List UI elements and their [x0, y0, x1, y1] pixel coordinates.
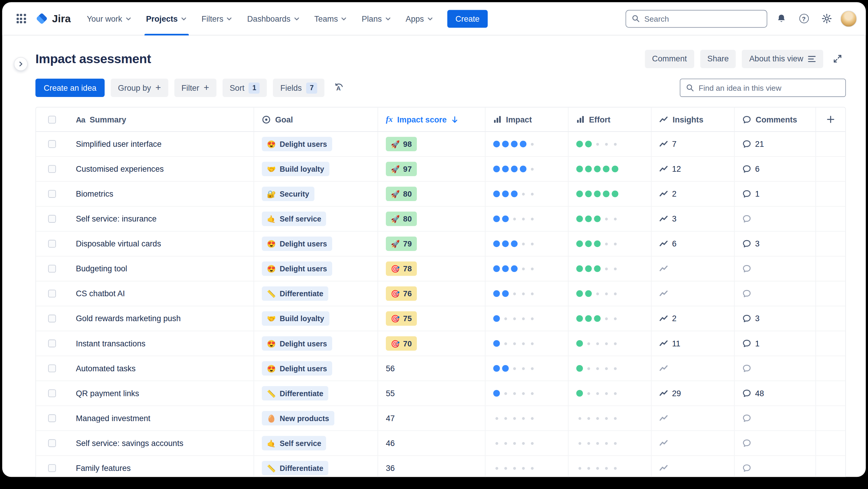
find-idea-input[interactable] — [699, 83, 840, 92]
column-header-goal[interactable]: Goal — [254, 107, 377, 131]
filter-button[interactable]: Filter + — [174, 79, 216, 97]
jira-logo[interactable]: Jira — [36, 12, 71, 25]
row-checkbox[interactable] — [48, 414, 56, 422]
table-row[interactable]: Self service: savings accounts🤙Self serv… — [36, 431, 845, 456]
row-checkbox[interactable] — [48, 340, 56, 347]
nav-item-filters[interactable]: Filters — [194, 2, 240, 35]
goal-chip[interactable]: 📏Differentiate — [262, 386, 328, 401]
gear-icon — [821, 13, 832, 24]
idea-summary[interactable]: QR payment links — [76, 389, 139, 398]
nav-item-your-work[interactable]: Your work — [80, 2, 139, 35]
fields-button[interactable]: Fields 7 — [273, 79, 324, 97]
idea-summary[interactable]: Family features — [76, 464, 131, 473]
column-header-summary[interactable]: Aa Summary — [68, 107, 254, 131]
column-header-insights[interactable]: Insights — [651, 107, 734, 131]
nav-item-projects[interactable]: Projects — [139, 2, 194, 35]
select-all-checkbox[interactable] — [48, 115, 56, 123]
comment-button[interactable]: Comment — [645, 50, 694, 68]
idea-summary[interactable]: Customised experiences — [76, 165, 164, 173]
goal-chip[interactable]: 🔐Security — [262, 187, 314, 201]
row-checkbox[interactable] — [48, 464, 56, 472]
row-checkbox-cell — [36, 232, 68, 256]
idea-summary[interactable]: Budgeting tool — [76, 264, 127, 273]
add-column-button[interactable] — [815, 107, 845, 131]
find-idea-search[interactable] — [680, 79, 846, 97]
goal-chip[interactable]: 😍Delight users — [262, 137, 332, 151]
navbar-right: ? — [626, 10, 857, 28]
search-input[interactable] — [644, 14, 761, 23]
table-row[interactable]: Disposable virtual cards😍Delight users🚀7… — [36, 232, 845, 257]
table-row[interactable]: Instant transactions😍Delight users🎯70111 — [36, 331, 845, 356]
auto-rank-button[interactable]: A — [331, 80, 347, 96]
row-checkbox[interactable] — [48, 240, 56, 248]
fullscreen-button[interactable] — [829, 50, 846, 67]
notifications-button[interactable] — [772, 10, 790, 28]
idea-summary[interactable]: Simplified user interface — [76, 140, 161, 149]
idea-summary[interactable]: Managed investment — [76, 414, 150, 423]
group-by-button[interactable]: Group by + — [111, 79, 168, 97]
idea-summary[interactable]: Automated tasks — [76, 364, 136, 373]
row-checkbox[interactable] — [48, 439, 56, 447]
goal-chip[interactable]: 😍Delight users — [262, 237, 332, 251]
goal-chip[interactable]: 🤝Build loyalty — [262, 311, 329, 326]
goal-chip[interactable]: 📏Differentiate — [262, 286, 328, 301]
idea-summary[interactable]: Self service: insurance — [76, 214, 156, 223]
nav-item-teams[interactable]: Teams — [307, 2, 354, 35]
column-header-comments[interactable]: Comments — [734, 107, 815, 131]
table-row[interactable]: Automated tasks😍Delight users56 — [36, 356, 845, 381]
row-checkbox[interactable] — [48, 140, 56, 148]
table-row[interactable]: Managed investment🥚New products47 — [36, 406, 845, 431]
table-row[interactable]: Family features📏Differentiate36 — [36, 456, 845, 477]
impact-score-value: 97 — [403, 165, 412, 173]
goal-chip[interactable]: 🤝Build loyalty — [262, 162, 329, 176]
table-row[interactable]: Budgeting tool😍Delight users🎯78 — [36, 257, 845, 281]
column-header-impact-score[interactable]: fx Impact score — [377, 107, 485, 131]
settings-button[interactable] — [817, 10, 835, 28]
idea-summary[interactable]: Gold rewards marketing push — [76, 314, 181, 323]
idea-summary[interactable]: CS chatbot AI — [76, 289, 125, 298]
nav-item-dashboards[interactable]: Dashboards — [240, 2, 307, 35]
column-header-effort[interactable]: Effort — [568, 107, 651, 131]
nav-item-plans[interactable]: Plans — [354, 2, 398, 35]
table-row[interactable]: Biometrics🔐Security🚀8021 — [36, 182, 845, 207]
table-row[interactable]: QR payment links📏Differentiate552948 — [36, 381, 845, 406]
row-checkbox[interactable] — [48, 390, 56, 397]
help-button[interactable]: ? — [795, 10, 813, 28]
table-row[interactable]: Simplified user interface😍Delight users🚀… — [36, 132, 845, 157]
idea-summary[interactable]: Instant transactions — [76, 339, 146, 348]
row-checkbox[interactable] — [48, 365, 56, 372]
table-row[interactable]: Self service: insurance🤙Self service🚀803 — [36, 207, 845, 232]
sort-button[interactable]: Sort 1 — [222, 79, 267, 97]
nav-item-apps[interactable]: Apps — [398, 2, 440, 35]
app-window: Jira Your workProjectsFiltersDashboardsT… — [2, 2, 866, 477]
row-checkbox[interactable] — [48, 315, 56, 322]
table-row[interactable]: Gold rewards marketing push🤝Build loyalt… — [36, 306, 845, 331]
expand-sidebar-button[interactable] — [14, 57, 28, 71]
row-checkbox[interactable] — [48, 190, 56, 198]
create-idea-button[interactable]: Create an idea — [36, 79, 105, 97]
about-this-view-button[interactable]: About this view — [742, 50, 823, 68]
goal-chip[interactable]: 🥚New products — [262, 411, 334, 426]
goal-chip[interactable]: 🤙Self service — [262, 436, 326, 451]
row-checkbox[interactable] — [48, 265, 56, 272]
goal-chip[interactable]: 🤙Self service — [262, 212, 326, 226]
goal-chip[interactable]: 😍Delight users — [262, 262, 332, 276]
row-checkbox[interactable] — [48, 215, 56, 223]
goal-chip[interactable]: 😍Delight users — [262, 361, 332, 376]
nav-item-label: Teams — [314, 14, 338, 23]
idea-summary[interactable]: Self service: savings accounts — [76, 439, 183, 448]
table-row[interactable]: CS chatbot AI📏Differentiate🎯76 — [36, 281, 845, 306]
column-header-impact[interactable]: Impact — [485, 107, 568, 131]
global-search[interactable] — [626, 10, 767, 28]
row-checkbox[interactable] — [48, 165, 56, 173]
goal-chip[interactable]: 📏Differentiate — [262, 461, 328, 476]
avatar[interactable] — [840, 10, 857, 27]
idea-summary[interactable]: Disposable virtual cards — [76, 239, 161, 248]
table-row[interactable]: Customised experiences🤝Build loyalty🚀971… — [36, 157, 845, 182]
share-button[interactable]: Share — [700, 50, 736, 68]
app-switcher-button[interactable] — [12, 10, 30, 28]
create-button[interactable]: Create — [447, 10, 488, 28]
idea-summary[interactable]: Biometrics — [76, 190, 113, 198]
row-checkbox[interactable] — [48, 290, 56, 297]
goal-chip[interactable]: 😍Delight users — [262, 336, 332, 351]
